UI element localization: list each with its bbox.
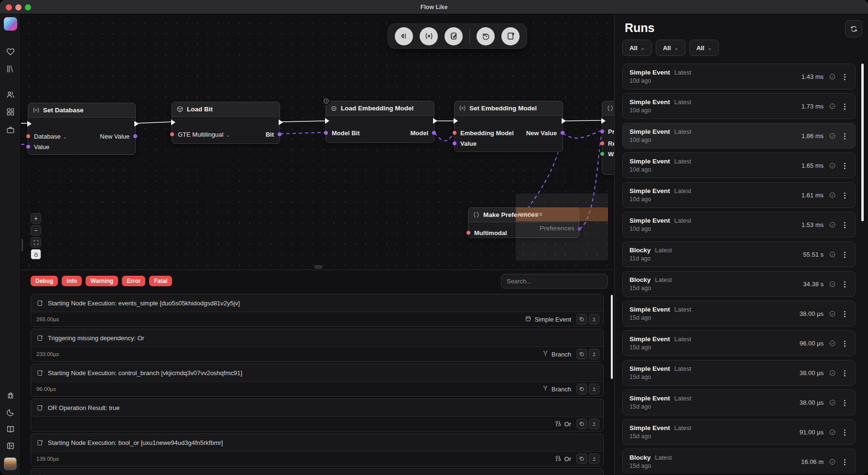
open-in-flow-button[interactable] bbox=[589, 384, 599, 394]
left-panel-grip[interactable] bbox=[21, 239, 23, 251]
input-pin-label[interactable]: Pr bbox=[608, 128, 614, 135]
exec-out-pin[interactable] bbox=[433, 118, 437, 124]
run-list-item[interactable]: Simple Event Latest 10d ago 1.61 ms ⋮ bbox=[622, 182, 856, 208]
notebook-button[interactable] bbox=[445, 27, 463, 45]
exec-in-pin[interactable] bbox=[325, 118, 329, 124]
fit-view-button[interactable] bbox=[31, 237, 41, 248]
pin-dot[interactable] bbox=[133, 134, 137, 138]
pin-dot[interactable] bbox=[432, 131, 436, 135]
runs-filter-dropdown-2[interactable]: All⌄ bbox=[656, 40, 685, 56]
output-pin-label[interactable]: New Value bbox=[100, 133, 130, 140]
exec-in-pin[interactable] bbox=[171, 119, 175, 125]
output-pin-label[interactable]: New Value bbox=[526, 130, 557, 137]
book-icon[interactable] bbox=[5, 423, 16, 435]
pin-dot[interactable] bbox=[170, 132, 174, 136]
open-in-flow-button[interactable] bbox=[589, 314, 599, 324]
run-list-item[interactable]: Simple Event Latest 15d ago 91.00 µs ⋮ bbox=[622, 419, 856, 445]
runs-scrollbar[interactable] bbox=[861, 64, 864, 221]
kebab-menu-icon[interactable]: ⋮ bbox=[841, 221, 848, 228]
pin-dot[interactable] bbox=[324, 131, 328, 135]
input-pin-label[interactable]: W bbox=[608, 151, 614, 158]
script-button[interactable] bbox=[501, 27, 520, 45]
input-pin-label[interactable]: Value bbox=[460, 140, 477, 147]
pin-dot[interactable] bbox=[600, 130, 604, 133]
pin-dot[interactable] bbox=[600, 152, 604, 156]
node-load-embedding-model[interactable]: Load Embedding Model Model Bit Model bbox=[326, 101, 434, 143]
log-search-input[interactable] bbox=[501, 274, 608, 289]
refresh-button[interactable] bbox=[845, 20, 862, 37]
open-in-flow-button[interactable] bbox=[589, 419, 599, 429]
node-set-database[interactable]: Set Database Database⌄ New Value Value bbox=[28, 103, 136, 155]
node-header[interactable]: Load Bit bbox=[172, 102, 280, 117]
users-icon[interactable] bbox=[5, 89, 16, 100]
variables-button[interactable] bbox=[420, 27, 438, 45]
node-header[interactable]: Set Embedding Model bbox=[455, 101, 563, 116]
pin-dot[interactable] bbox=[453, 131, 456, 135]
pin-dot[interactable] bbox=[278, 132, 282, 136]
run-list-item[interactable]: Simple Event Latest 15d ago 38.00 µs ⋮ bbox=[622, 389, 856, 415]
heart-icon[interactable] bbox=[5, 46, 16, 57]
run-list-item[interactable]: Simple Event Latest 10d ago 1.73 ms ⋮ bbox=[622, 93, 856, 119]
log-entry[interactable]: Starting Node Execution: bool_or [uxu1ne… bbox=[31, 433, 604, 466]
exec-in-pin[interactable] bbox=[601, 118, 606, 124]
input-pin-label[interactable]: GTE Multilingual⌄ bbox=[178, 131, 230, 138]
kebab-menu-icon[interactable]: ⋮ bbox=[841, 281, 848, 288]
pin-dot[interactable] bbox=[26, 145, 30, 149]
flow-canvas[interactable]: Set Database Database⌄ New Value Value L… bbox=[21, 14, 614, 270]
kebab-menu-icon[interactable]: ⋮ bbox=[841, 340, 848, 347]
pin-dot[interactable] bbox=[561, 131, 564, 135]
kebab-menu-icon[interactable]: ⋮ bbox=[841, 399, 848, 406]
kebab-menu-icon[interactable]: ⋮ bbox=[841, 310, 848, 317]
runs-filter-dropdown-1[interactable]: All⌄ bbox=[622, 40, 652, 56]
open-in-flow-button[interactable] bbox=[589, 453, 599, 464]
copy-button[interactable] bbox=[576, 419, 587, 429]
kebab-menu-icon[interactable]: ⋮ bbox=[841, 251, 848, 258]
input-pin-label[interactable]: Embedding Model bbox=[460, 130, 514, 137]
pin-dot[interactable] bbox=[26, 134, 30, 138]
kebab-menu-icon[interactable]: ⋮ bbox=[841, 103, 848, 110]
zoom-out-button[interactable]: − bbox=[31, 225, 41, 236]
bug-icon[interactable] bbox=[5, 390, 16, 401]
panel-toggle-icon[interactable] bbox=[5, 440, 16, 452]
input-pin-label[interactable]: Multimodal bbox=[474, 229, 507, 237]
run-list-item[interactable]: Simple Event Latest 15d ago 96.00 µs ⋮ bbox=[622, 330, 856, 356]
run-list-item[interactable]: Simple Event Latest 10d ago 1.53 ms ⋮ bbox=[622, 212, 856, 238]
log-scrollbar[interactable] bbox=[611, 295, 613, 379]
exec-in-pin[interactable] bbox=[27, 121, 32, 127]
pin-dot[interactable] bbox=[453, 141, 456, 145]
run-list-item[interactable]: Simple Event Latest 15d ago 38.00 µs ⋮ bbox=[622, 301, 856, 326]
run-list-item[interactable]: Simple Event Latest 10d ago 1.43 ms ⋮ bbox=[622, 64, 856, 89]
history-button[interactable] bbox=[477, 27, 495, 45]
open-in-flow-button[interactable] bbox=[589, 349, 599, 359]
kebab-menu-icon[interactable]: ⋮ bbox=[841, 132, 848, 140]
copy-button[interactable] bbox=[576, 453, 587, 464]
pin-dot[interactable] bbox=[467, 231, 470, 235]
kebab-menu-icon[interactable]: ⋮ bbox=[841, 458, 848, 465]
log-filter-chip-warning[interactable]: Warning bbox=[86, 276, 118, 286]
log-filter-chip-error[interactable]: Error bbox=[122, 276, 145, 286]
zoom-in-button[interactable]: + bbox=[31, 213, 41, 224]
node-partial-right[interactable]: Pr Re W bbox=[602, 101, 614, 175]
node-set-embedding-model[interactable]: Set Embedding Model Embedding Model New … bbox=[454, 101, 563, 152]
run-list-item[interactable]: Blocky Latest 15d ago 34.38 s ⋮ bbox=[622, 271, 856, 297]
node-header[interactable]: Load Embedding Model bbox=[326, 101, 434, 116]
library-icon[interactable] bbox=[5, 63, 16, 75]
run-list-item[interactable]: Blocky Latest 15d ago 16.06 m ⋮ bbox=[622, 449, 856, 473]
app-logo[interactable] bbox=[4, 17, 17, 31]
run-step-button[interactable] bbox=[395, 27, 413, 45]
input-pin-label[interactable]: Re bbox=[608, 140, 614, 147]
copy-button[interactable] bbox=[576, 384, 587, 394]
log-filter-chip-fatal[interactable]: Fatal bbox=[149, 276, 172, 286]
run-list-item[interactable]: Blocky Latest 11d ago 55.51 s ⋮ bbox=[622, 241, 856, 267]
log-entry[interactable]: Triggering missing dependency: Or 233.00… bbox=[31, 329, 604, 362]
log-entry[interactable]: Starting Node Execution: events_simple [… bbox=[31, 294, 604, 327]
moon-icon[interactable] bbox=[5, 407, 16, 418]
output-pin-label[interactable]: Model bbox=[410, 130, 428, 137]
node-header[interactable]: Set Database bbox=[28, 103, 135, 118]
lock-button[interactable] bbox=[31, 249, 41, 259]
user-avatar[interactable] bbox=[4, 457, 17, 470]
kebab-menu-icon[interactable]: ⋮ bbox=[841, 162, 848, 169]
copy-button[interactable] bbox=[576, 314, 587, 324]
log-entry[interactable]: Hi bbox=[31, 468, 604, 475]
exec-out-pin[interactable] bbox=[279, 119, 283, 125]
